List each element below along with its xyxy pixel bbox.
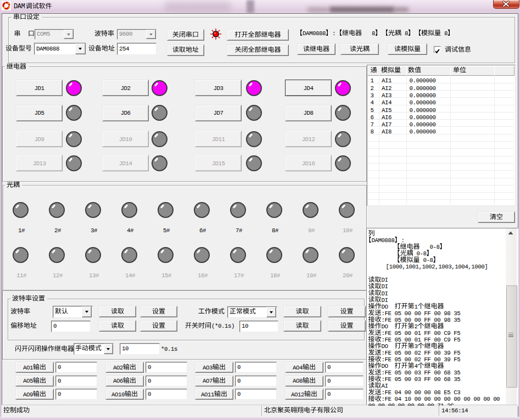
svg-text:AO3: AO3 [203, 365, 213, 371]
svg-text:0: 0 [53, 323, 57, 329]
svg-text:12#: 12# [53, 272, 63, 279]
svg-text:1: 1 [371, 77, 374, 84]
svg-text:7#: 7# [236, 227, 243, 234]
svg-text:0.000000: 0.000000 [410, 99, 436, 106]
svg-text:0: 0 [58, 378, 61, 384]
svg-text:5#: 5# [163, 227, 170, 234]
svg-text:5: 5 [371, 107, 374, 114]
svg-text:8#: 8# [272, 227, 279, 234]
svg-text:0: 0 [237, 364, 241, 371]
svg-text:20#: 20# [343, 272, 353, 279]
svg-text:JD9: JD9 [35, 136, 44, 143]
svg-text:JD12: JD12 [302, 136, 315, 143]
svg-text:AI2: AI2 [382, 85, 392, 92]
svg-text:AI4: AI4 [382, 99, 392, 106]
svg-text:AO5: AO5 [23, 378, 33, 384]
svg-text:15#: 15# [161, 272, 172, 279]
svg-text:AI1: AI1 [382, 77, 392, 84]
svg-text:AO7: AO7 [203, 378, 213, 384]
svg-text:AO6: AO6 [113, 378, 123, 384]
svg-text:JD16: JD16 [302, 160, 315, 167]
svg-text:8: 8 [371, 128, 374, 135]
svg-text:8: 8 [441, 30, 448, 37]
svg-text:0: 0 [237, 378, 241, 384]
svg-text:9#: 9# [308, 227, 315, 234]
svg-text:0: 0 [58, 364, 61, 371]
svg-text::: : [332, 30, 336, 37]
svg-text:JD13: JD13 [33, 160, 46, 167]
svg-text:13#: 13# [89, 272, 99, 279]
svg-text:0: 0 [148, 391, 151, 397]
svg-text:6#: 6# [199, 227, 206, 234]
svg-text:10#: 10# [343, 227, 353, 234]
svg-text:AI3: AI3 [382, 92, 392, 99]
svg-text:AO10: AO10 [111, 391, 125, 398]
svg-text:8: 8 [368, 30, 375, 37]
svg-text:6: 6 [371, 114, 374, 121]
svg-text:JD7: JD7 [214, 110, 223, 116]
svg-text:(*0.1s): (*0.1s) [211, 323, 234, 329]
svg-text:DAM: DAM [14, 3, 25, 10]
svg-text:14#: 14# [125, 272, 136, 279]
svg-text:*0.1s: *0.1s [161, 346, 177, 352]
svg-text:4#: 4# [127, 227, 134, 234]
svg-text:0: 0 [327, 378, 331, 384]
svg-text:COM5: COM5 [37, 31, 50, 37]
svg-text:AO8: AO8 [293, 378, 303, 384]
svg-text:0.000000: 0.000000 [410, 85, 436, 92]
svg-text:1#: 1# [18, 227, 25, 234]
svg-text:8: 8 [401, 30, 408, 37]
svg-text:0: 0 [237, 391, 241, 397]
svg-text:AI8: AI8 [382, 128, 392, 135]
svg-text:AI6: AI6 [382, 114, 392, 121]
svg-text:JD14: JD14 [119, 160, 132, 167]
svg-text:JD6: JD6 [121, 110, 131, 116]
svg-text:10: 10 [242, 323, 248, 329]
svg-text:17#: 17# [234, 272, 244, 279]
svg-text:0.000000: 0.000000 [410, 128, 436, 135]
svg-text:0: 0 [327, 391, 331, 397]
svg-text:AO9: AO9 [23, 391, 33, 398]
svg-text:0.000000: 0.000000 [410, 107, 436, 114]
svg-text:JD1: JD1 [35, 85, 44, 92]
svg-text:AO12: AO12 [291, 391, 304, 398]
svg-text:0: 0 [327, 364, 331, 371]
svg-text:4: 4 [371, 99, 374, 106]
svg-text:9600: 9600 [119, 31, 132, 37]
svg-text:AO11: AO11 [201, 391, 214, 398]
svg-text:AI7: AI7 [382, 121, 392, 128]
svg-text:JD2: JD2 [121, 85, 131, 92]
svg-text:7: 7 [371, 121, 374, 128]
svg-text:JD5: JD5 [35, 110, 44, 116]
svg-text:,: , [71, 346, 74, 352]
svg-text:JD8: JD8 [304, 110, 314, 116]
svg-text:0.000000: 0.000000 [410, 92, 436, 99]
svg-text:0: 0 [148, 364, 151, 371]
svg-text:3#: 3# [91, 227, 98, 234]
svg-text:3: 3 [371, 92, 374, 99]
svg-text:DAM0888: DAM0888 [36, 46, 59, 52]
svg-text:11#: 11# [16, 272, 27, 279]
svg-text:DAM0888: DAM0888 [303, 30, 326, 37]
svg-text:0: 0 [58, 391, 61, 397]
svg-text:JD4: JD4 [304, 85, 314, 92]
svg-text:JD15: JD15 [212, 160, 225, 167]
svg-text:JD3: JD3 [214, 85, 223, 92]
svg-text:AO2: AO2 [113, 365, 123, 371]
svg-text:16#: 16# [198, 272, 208, 279]
svg-text:JD10: JD10 [119, 136, 132, 143]
svg-text:2: 2 [371, 85, 374, 92]
svg-text:14:56:14: 14:56:14 [441, 407, 468, 414]
svg-text:0.000000: 0.000000 [410, 114, 436, 121]
svg-text:2#: 2# [54, 227, 61, 234]
svg-text:0.000000: 0.000000 [410, 77, 436, 84]
svg-text:AO1: AO1 [23, 365, 33, 371]
svg-text:18#: 18# [270, 272, 281, 279]
svg-text:19#: 19# [306, 272, 317, 279]
svg-text:AO4: AO4 [293, 365, 303, 371]
svg-text:10: 10 [122, 345, 128, 352]
svg-text:254: 254 [119, 46, 129, 52]
svg-text:0.000000: 0.000000 [410, 121, 436, 128]
svg-text:0: 0 [148, 378, 151, 384]
svg-text:AI5: AI5 [382, 107, 392, 114]
